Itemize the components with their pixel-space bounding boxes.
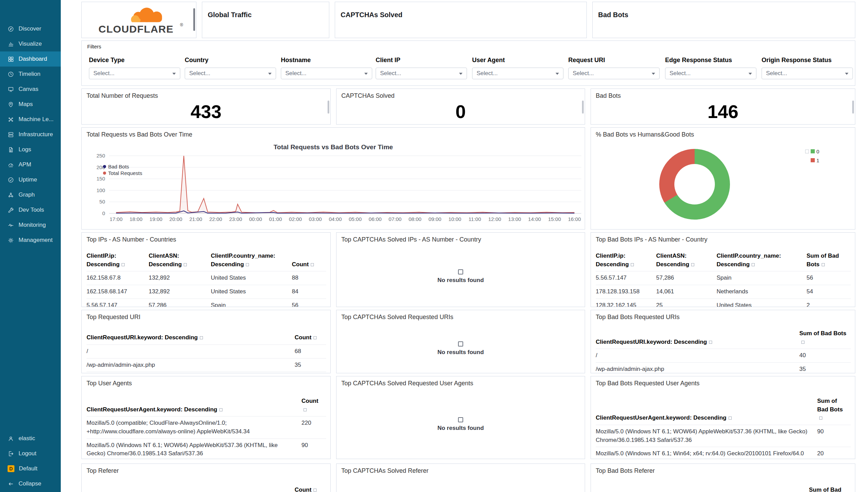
sidebar-item-default-space[interactable]: DDefault: [0, 461, 61, 476]
sidebar-item-dashboard[interactable]: Dashboard: [0, 51, 61, 67]
sidebar-item-monitoring[interactable]: Monitoring: [0, 218, 61, 233]
table-cell[interactable]: /: [87, 347, 295, 356]
column-header[interactable]: Sum of Bad Bots: [809, 486, 851, 492]
legend-item-0[interactable]: 0: [805, 147, 819, 156]
table-cell[interactable]: 162.158.67.8: [87, 274, 149, 282]
column-header[interactable]: Sum of Bad Bots: [817, 397, 851, 422]
sidebar-item-canvas[interactable]: Canvas: [0, 82, 61, 97]
client-ip-select[interactable]: Select...: [376, 68, 467, 79]
request-uri-select[interactable]: Select...: [568, 68, 660, 79]
column-header[interactable]: ClientASN: Descending: [656, 252, 717, 269]
sidebar-item-management[interactable]: Management: [0, 233, 61, 248]
sidebar-item-discover[interactable]: Discover: [0, 21, 61, 36]
table-cell[interactable]: 25: [656, 301, 717, 307]
table-cell[interactable]: Spain: [211, 301, 292, 307]
scrollbar-thumb[interactable]: [582, 101, 584, 114]
column-header[interactable]: ClientIP.ip: Descending: [87, 252, 149, 269]
table-cell[interactable]: 5.56.57.147: [596, 274, 656, 282]
column-header[interactable]: ClientRequestUserAgent.keyword: Descendi…: [87, 406, 301, 414]
column-header[interactable]: Count: [292, 260, 326, 269]
column-header[interactable]: ClientRequestURI.keyword: Descending: [87, 333, 295, 342]
panel-top-badbot-ips: Top Bad Bots IPs - AS Number - Country C…: [591, 232, 855, 307]
sidebar-item-collapse[interactable]: Collapse: [0, 476, 61, 491]
table-cell[interactable]: 35: [295, 361, 326, 370]
table-cell[interactable]: 88: [292, 274, 326, 282]
sidebar-item-visualize[interactable]: Visualize: [0, 36, 61, 51]
table-cell[interactable]: 90: [817, 427, 851, 436]
sidebar-item-infrastructure[interactable]: Infrastructure: [0, 127, 61, 142]
table-cell[interactable]: /wp-admin/admin-ajax.php: [596, 365, 799, 373]
table-cell[interactable]: Mozilla/5.0 (Windows NT 6.1; Win64; x64;…: [596, 449, 817, 458]
panel-title: Top Bad Bots Referer: [596, 467, 655, 475]
column-header[interactable]: ClientIP.ip: Descending: [596, 252, 656, 269]
table-cell[interactable]: 162.158.68.147: [87, 288, 149, 296]
scrollbar-thumb[interactable]: [852, 101, 854, 114]
column-header[interactable]: ClientASN: Descending: [149, 252, 211, 269]
table-cell[interactable]: Mozilla/5.0 (Windows NT 6.1; WOW64) Appl…: [596, 427, 817, 444]
table-cell[interactable]: /wp-admin/admin-ajax.php: [87, 361, 295, 370]
sidebar-item-uptime[interactable]: Uptime: [0, 172, 61, 187]
table-cell[interactable]: United States: [211, 288, 292, 296]
device-type-select[interactable]: Select...: [89, 68, 180, 79]
table-cell[interactable]: 57,286: [149, 301, 211, 307]
legend-item-bad-bots[interactable]: Bad Bots: [103, 163, 142, 170]
table-cell[interactable]: 220: [301, 419, 326, 427]
table-cell[interactable]: 84: [292, 288, 326, 296]
table-cell[interactable]: Netherlands: [717, 288, 807, 296]
table-cell[interactable]: 54: [807, 288, 851, 296]
user-agent-select[interactable]: Select...: [472, 68, 563, 79]
table-cell[interactable]: /: [596, 351, 799, 360]
sidebar-item-elastic-user[interactable]: elastic: [0, 431, 61, 446]
country-select[interactable]: Select...: [185, 68, 276, 79]
table-cell[interactable]: 132,892: [149, 274, 211, 282]
donut-chart[interactable]: [659, 149, 730, 220]
table-cell[interactable]: 14,061: [656, 288, 717, 296]
table-cell[interactable]: 20: [817, 449, 851, 458]
origin-response-status-select[interactable]: Select...: [762, 68, 853, 79]
table-cell[interactable]: 128.32.162.145: [596, 301, 656, 307]
scrollbar-thumb[interactable]: [193, 8, 195, 31]
table-cell[interactable]: 40: [799, 351, 851, 360]
sort-icon: [311, 263, 314, 266]
sidebar-item-graph[interactable]: Graph: [0, 187, 61, 202]
sidebar-item-apm[interactable]: APM: [0, 157, 61, 172]
sidebar-item-maps[interactable]: Maps: [0, 97, 61, 112]
hostname-select[interactable]: Select...: [281, 68, 372, 79]
table-cell[interactable]: 5.56.57.147: [87, 301, 149, 307]
table-cell[interactable]: 68: [295, 347, 326, 356]
column-header[interactable]: ClientRequestUserAgent.keyword: Descendi…: [596, 414, 817, 422]
table-cell[interactable]: 178.128.193.158: [596, 288, 656, 296]
panel-bad-bots-header: Bad Bots: [592, 2, 855, 38]
column-header[interactable]: ClientIP.country_name: Descending: [717, 252, 807, 269]
legend-item-1[interactable]: 1: [805, 156, 819, 165]
table-cell[interactable]: 2: [807, 301, 851, 307]
column-header[interactable]: Sum of Bad Bots: [807, 252, 851, 269]
table-cell[interactable]: United States: [717, 301, 807, 307]
table-row: 128.32.162.14525United States2: [596, 298, 851, 307]
table-cell[interactable]: 56: [292, 301, 326, 307]
sidebar-item-logout[interactable]: Logout: [0, 446, 61, 461]
table-cell[interactable]: 132,892: [149, 288, 211, 296]
table-cell[interactable]: Spain: [717, 274, 807, 282]
legend-item-total-requests[interactable]: Total Requests: [103, 170, 142, 176]
table-cell[interactable]: Mozilla/5.0 (Windows NT 6.1; WOW64) Appl…: [87, 441, 301, 458]
sidebar-item-machine-learning[interactable]: Machine Le...: [0, 112, 61, 127]
sidebar-item-logs[interactable]: Logs: [0, 142, 61, 157]
edge-response-status-select[interactable]: Select...: [665, 68, 756, 79]
column-header[interactable]: ClientRequestURI.keyword: Descending: [596, 338, 799, 347]
scrollbar-thumb[interactable]: [328, 101, 329, 114]
column-header[interactable]: Count: [301, 397, 326, 414]
column-header[interactable]: ClientIP.country_name: Descending: [211, 252, 292, 269]
table-cell[interactable]: United States: [211, 274, 292, 282]
table-cell[interactable]: Mozilla/5.0 (compatible; CloudFlare-Alwa…: [87, 419, 301, 436]
table-cell[interactable]: 56: [807, 274, 851, 282]
column-header[interactable]: Count: [295, 333, 326, 342]
column-header[interactable]: Count: [295, 486, 326, 492]
column-header[interactable]: Sum of Bad Bots: [799, 329, 851, 346]
sidebar-item-dev-tools[interactable]: Dev Tools: [0, 202, 61, 218]
sidebar-item-timelion[interactable]: Timelion: [0, 67, 61, 82]
table-cell[interactable]: 35: [799, 365, 851, 373]
column-header-label: Sum of Bad Bots: [809, 487, 841, 492]
table-cell[interactable]: 90: [301, 441, 326, 450]
table-cell[interactable]: 57,286: [656, 274, 717, 282]
